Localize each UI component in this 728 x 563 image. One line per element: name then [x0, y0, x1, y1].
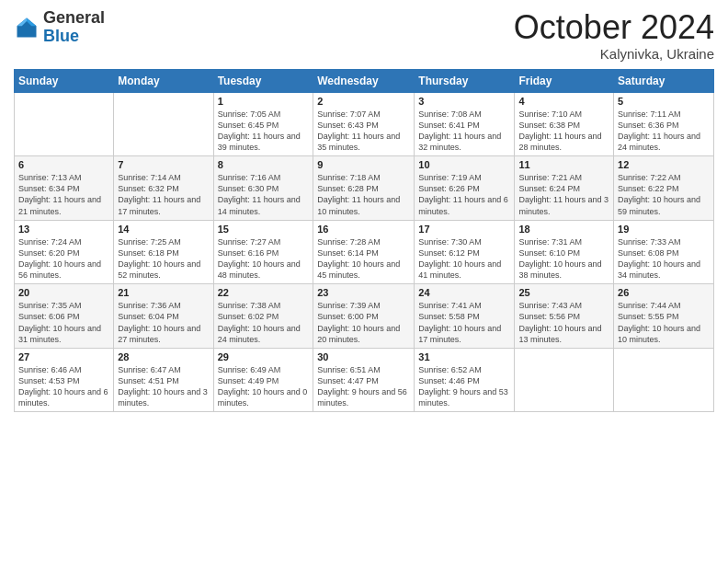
calendar-cell: 8Sunrise: 7:16 AM Sunset: 6:30 PM Daylig… — [213, 156, 313, 221]
day-number: 10 — [418, 159, 510, 170]
day-number: 20 — [18, 287, 109, 298]
calendar-week-row: 20Sunrise: 7:35 AM Sunset: 6:06 PM Dayli… — [15, 284, 714, 349]
day-info: Sunrise: 7:41 AM Sunset: 5:58 PM Dayligh… — [418, 300, 510, 345]
day-number: 26 — [618, 287, 710, 298]
day-number: 3 — [418, 96, 510, 107]
calendar-header-row: SundayMondayTuesdayWednesdayThursdayFrid… — [15, 69, 714, 92]
day-info: Sunrise: 7:24 AM Sunset: 6:20 PM Dayligh… — [18, 236, 109, 282]
calendar-week-row: 1Sunrise: 7:05 AM Sunset: 6:45 PM Daylig… — [15, 92, 714, 156]
calendar-cell: 15Sunrise: 7:27 AM Sunset: 6:16 PM Dayli… — [213, 220, 313, 284]
calendar-cell — [515, 348, 614, 412]
calendar-cell: 24Sunrise: 7:41 AM Sunset: 5:58 PM Dayli… — [415, 284, 515, 349]
day-number: 29 — [218, 351, 310, 362]
calendar-cell: 9Sunrise: 7:18 AM Sunset: 6:28 PM Daylig… — [313, 156, 415, 221]
calendar-week-row: 6Sunrise: 7:13 AM Sunset: 6:34 PM Daylig… — [15, 156, 714, 221]
calendar-cell: 6Sunrise: 7:13 AM Sunset: 6:34 PM Daylig… — [15, 156, 114, 221]
weekday-header: Tuesday — [213, 69, 313, 92]
calendar-cell: 7Sunrise: 7:14 AM Sunset: 6:32 PM Daylig… — [114, 156, 213, 221]
day-number: 21 — [118, 287, 209, 298]
day-info: Sunrise: 6:47 AM Sunset: 4:51 PM Dayligh… — [118, 364, 209, 409]
calendar-cell — [15, 92, 114, 156]
day-info: Sunrise: 7:10 AM Sunset: 6:38 PM Dayligh… — [518, 109, 609, 154]
day-info: Sunrise: 7:22 AM Sunset: 6:22 PM Dayligh… — [618, 172, 710, 217]
day-number: 9 — [317, 159, 410, 170]
calendar-cell: 18Sunrise: 7:31 AM Sunset: 6:10 PM Dayli… — [515, 220, 614, 284]
day-number: 17 — [418, 224, 510, 235]
logo-blue: Blue — [43, 27, 79, 45]
day-number: 8 — [218, 159, 310, 170]
weekday-header: Thursday — [415, 69, 515, 92]
day-info: Sunrise: 7:39 AM Sunset: 6:00 PM Dayligh… — [317, 300, 410, 345]
day-info: Sunrise: 7:33 AM Sunset: 6:08 PM Dayligh… — [618, 236, 710, 282]
day-number: 31 — [418, 351, 510, 362]
day-number: 18 — [518, 224, 609, 235]
day-info: Sunrise: 7:35 AM Sunset: 6:06 PM Dayligh… — [18, 300, 109, 345]
day-info: Sunrise: 7:16 AM Sunset: 6:30 PM Dayligh… — [218, 172, 310, 217]
logo-icon — [14, 15, 40, 40]
weekday-header: Sunday — [15, 69, 114, 92]
day-number: 4 — [518, 96, 609, 107]
day-number: 24 — [418, 287, 510, 298]
weekday-header: Friday — [515, 69, 614, 92]
calendar-cell: 11Sunrise: 7:21 AM Sunset: 6:24 PM Dayli… — [515, 156, 614, 221]
day-number: 16 — [317, 224, 410, 235]
day-info: Sunrise: 6:52 AM Sunset: 4:46 PM Dayligh… — [418, 364, 510, 409]
calendar-cell: 12Sunrise: 7:22 AM Sunset: 6:22 PM Dayli… — [614, 156, 714, 221]
calendar-cell: 26Sunrise: 7:44 AM Sunset: 5:55 PM Dayli… — [614, 284, 714, 349]
calendar-cell — [614, 348, 714, 412]
calendar-cell: 28Sunrise: 6:47 AM Sunset: 4:51 PM Dayli… — [114, 348, 213, 412]
calendar-cell: 13Sunrise: 7:24 AM Sunset: 6:20 PM Dayli… — [15, 220, 114, 284]
day-info: Sunrise: 6:49 AM Sunset: 4:49 PM Dayligh… — [218, 364, 310, 409]
day-number: 25 — [518, 287, 609, 298]
month-title: October 2024 — [514, 9, 714, 46]
logo-general: General — [43, 8, 105, 27]
calendar-cell: 14Sunrise: 7:25 AM Sunset: 6:18 PM Dayli… — [114, 220, 213, 284]
calendar-cell: 23Sunrise: 7:39 AM Sunset: 6:00 PM Dayli… — [313, 284, 415, 349]
calendar-cell: 1Sunrise: 7:05 AM Sunset: 6:45 PM Daylig… — [213, 92, 313, 156]
day-number: 1 — [218, 96, 310, 107]
calendar-cell: 2Sunrise: 7:07 AM Sunset: 6:43 PM Daylig… — [313, 92, 415, 156]
day-info: Sunrise: 7:05 AM Sunset: 6:45 PM Dayligh… — [218, 109, 310, 154]
day-info: Sunrise: 7:27 AM Sunset: 6:16 PM Dayligh… — [218, 236, 310, 282]
calendar-cell: 31Sunrise: 6:52 AM Sunset: 4:46 PM Dayli… — [415, 348, 515, 412]
day-number: 6 — [18, 159, 109, 170]
day-number: 12 — [618, 159, 710, 170]
calendar-week-row: 27Sunrise: 6:46 AM Sunset: 4:53 PM Dayli… — [15, 348, 714, 412]
calendar-cell: 17Sunrise: 7:30 AM Sunset: 6:12 PM Dayli… — [415, 220, 515, 284]
day-number: 7 — [118, 159, 209, 170]
day-number: 23 — [317, 287, 410, 298]
day-info: Sunrise: 7:36 AM Sunset: 6:04 PM Dayligh… — [118, 300, 209, 345]
day-info: Sunrise: 7:25 AM Sunset: 6:18 PM Dayligh… — [118, 236, 209, 282]
day-info: Sunrise: 7:43 AM Sunset: 5:56 PM Dayligh… — [518, 300, 609, 345]
page-header: General Blue October 2024 Kalynivka, Ukr… — [14, 9, 714, 62]
calendar-cell — [114, 92, 213, 156]
calendar-cell: 3Sunrise: 7:08 AM Sunset: 6:41 PM Daylig… — [415, 92, 515, 156]
day-number: 27 — [18, 351, 109, 362]
title-area: October 2024 Kalynivka, Ukraine — [514, 9, 714, 62]
day-number: 2 — [317, 96, 410, 107]
day-number: 14 — [118, 224, 209, 235]
day-number: 30 — [317, 351, 410, 362]
day-number: 22 — [218, 287, 310, 298]
calendar-cell: 22Sunrise: 7:38 AM Sunset: 6:02 PM Dayli… — [213, 284, 313, 349]
day-number: 15 — [218, 224, 310, 235]
weekday-header: Wednesday — [313, 69, 415, 92]
day-number: 13 — [18, 224, 109, 235]
day-info: Sunrise: 7:18 AM Sunset: 6:28 PM Dayligh… — [317, 172, 410, 217]
calendar-cell: 4Sunrise: 7:10 AM Sunset: 6:38 PM Daylig… — [515, 92, 614, 156]
day-number: 5 — [618, 96, 710, 107]
calendar-cell: 30Sunrise: 6:51 AM Sunset: 4:47 PM Dayli… — [313, 348, 415, 412]
calendar-cell: 27Sunrise: 6:46 AM Sunset: 4:53 PM Dayli… — [15, 348, 114, 412]
location-subtitle: Kalynivka, Ukraine — [514, 46, 714, 62]
day-info: Sunrise: 7:13 AM Sunset: 6:34 PM Dayligh… — [18, 172, 109, 217]
calendar-cell: 21Sunrise: 7:36 AM Sunset: 6:04 PM Dayli… — [114, 284, 213, 349]
day-info: Sunrise: 7:07 AM Sunset: 6:43 PM Dayligh… — [317, 109, 410, 154]
day-info: Sunrise: 7:14 AM Sunset: 6:32 PM Dayligh… — [118, 172, 209, 217]
weekday-header: Monday — [114, 69, 213, 92]
logo: General Blue — [14, 9, 105, 46]
day-info: Sunrise: 7:11 AM Sunset: 6:36 PM Dayligh… — [618, 109, 710, 154]
logo-text: General Blue — [43, 9, 105, 46]
weekday-header: Saturday — [614, 69, 714, 92]
day-info: Sunrise: 6:46 AM Sunset: 4:53 PM Dayligh… — [18, 364, 109, 409]
calendar-table: SundayMondayTuesdayWednesdayThursdayFrid… — [14, 69, 714, 413]
